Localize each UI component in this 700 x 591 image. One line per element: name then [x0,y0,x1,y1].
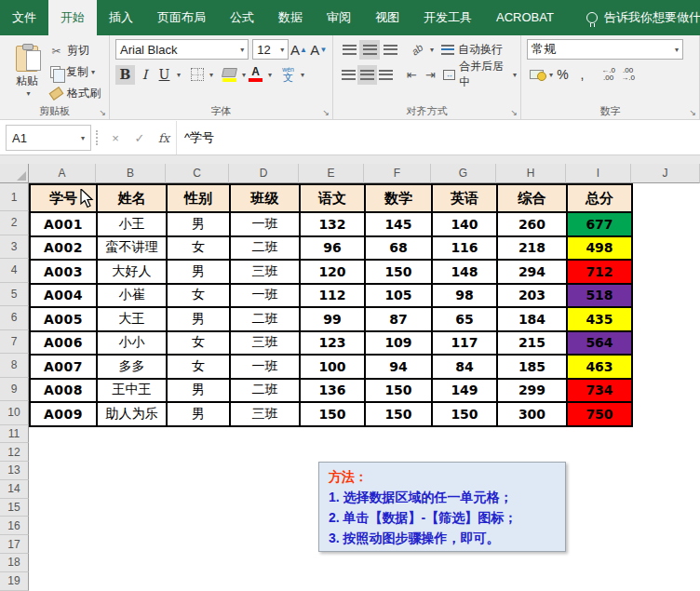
paste-button[interactable]: 粘贴 ▾ [6,39,48,104]
tell-me-button[interactable]: 告诉我你想要做什么 [586,0,700,35]
tab-file[interactable]: 文件 [0,0,48,35]
font-name-select[interactable]: Arial Black ▾ [115,39,249,60]
table-cell[interactable]: 96 [300,236,365,261]
align-left-button[interactable] [339,65,357,85]
table-cell[interactable]: 185 [497,355,567,379]
table-cell[interactable]: 116 [432,236,497,261]
table-cell[interactable]: 男 [167,212,230,236]
table-cell[interactable]: 女 [167,355,230,379]
align-top-button[interactable] [339,40,359,60]
comma-style-button[interactable]: , [572,65,592,85]
tab-home[interactable]: 开始 [48,0,97,35]
enter-icon[interactable]: ✓ [128,121,152,154]
row-header-10[interactable]: 10 [0,401,29,425]
table-cell[interactable]: 87 [365,307,432,331]
underline-button[interactable]: U [155,65,174,85]
tab-data[interactable]: 数据 [266,0,315,35]
header-cell[interactable]: 班级 [230,184,300,212]
header-cell[interactable]: 姓名 [97,184,167,212]
table-cell[interactable]: 260 [497,212,567,236]
table-cell[interactable]: 65 [432,307,497,331]
table-cell[interactable]: 98 [432,284,497,308]
column-header-E[interactable]: E [299,164,364,183]
column-header-I[interactable]: I [566,164,631,183]
table-cell[interactable]: 68 [365,236,432,261]
table-cell[interactable]: 三班 [230,402,300,426]
column-header-B[interactable]: B [96,164,166,183]
merge-center-button[interactable]: ↔ 合并后居中 ▾ [443,65,517,85]
table-cell[interactable]: 大好人 [97,260,167,284]
decrease-indent-button[interactable]: ⇤ [402,65,421,85]
table-cell[interactable]: 女 [167,284,230,308]
table-cell[interactable]: 299 [497,379,567,403]
table-cell[interactable]: 294 [497,260,567,284]
total-score-cell[interactable]: 677 [567,212,632,236]
table-cell[interactable]: 一班 [230,284,300,308]
total-score-cell[interactable]: 498 [567,236,632,261]
cancel-icon[interactable]: × [103,121,128,154]
header-cell[interactable]: 语文 [300,184,365,212]
column-header-H[interactable]: H [496,164,566,183]
table-cell[interactable]: 王中王 [97,379,167,403]
align-right-button[interactable] [377,65,396,85]
accounting-format-button[interactable] [527,65,546,85]
wrap-text-button[interactable]: 自动换行 [441,40,503,60]
increase-indent-button[interactable]: ⇥ [421,65,439,85]
font-dialog-launcher[interactable]: ↘ [322,108,330,117]
header-cell[interactable]: 性别 [167,184,230,212]
table-cell[interactable]: A002 [30,236,97,261]
font-color-button[interactable]: A [246,65,265,85]
table-cell[interactable]: A009 [30,402,97,426]
shrink-font-button[interactable]: A▼ [309,40,329,60]
table-cell[interactable]: 203 [497,284,567,308]
table-cell[interactable]: 150 [432,402,497,426]
table-cell[interactable]: A005 [30,307,97,331]
table-cell[interactable]: 218 [497,236,567,261]
table-cell[interactable]: A008 [30,379,97,403]
column-header-J[interactable]: J [631,164,700,183]
tab-view[interactable]: 视图 [363,0,411,35]
total-score-cell[interactable]: 734 [567,379,632,403]
table-cell[interactable]: 150 [365,402,432,426]
row-header-12[interactable]: 12 [0,443,29,462]
table-cell[interactable]: 一班 [230,212,300,236]
increase-decimal-button[interactable]: ←.0.00 [599,65,618,85]
align-middle-button[interactable] [359,40,380,60]
row-header-19[interactable]: 19 [0,572,29,591]
row-header-14[interactable]: 14 [0,480,29,499]
table-cell[interactable]: 三班 [230,260,300,284]
row-header-4[interactable]: 4 [0,259,29,283]
table-cell[interactable]: 117 [432,331,497,356]
table-cell[interactable]: 105 [365,284,432,308]
table-cell[interactable]: 215 [497,331,567,356]
table-cell[interactable]: 二班 [230,307,300,331]
table-cell[interactable]: 女 [167,331,230,356]
column-header-G[interactable]: G [431,164,496,183]
column-header-A[interactable]: A [29,164,96,183]
phonetic-guide-button[interactable]: wén 文 [278,65,298,85]
table-cell[interactable]: 男 [167,260,230,284]
percent-style-button[interactable]: % [553,65,572,85]
header-cell[interactable]: 总分 [567,184,632,212]
table-cell[interactable]: 助人为乐 [97,402,167,426]
table-cell[interactable]: 149 [432,379,497,403]
alignment-dialog-launcher[interactable]: ↘ [510,108,518,117]
row-header-3[interactable]: 3 [0,235,29,260]
method-note-box[interactable]: 方法： 1. 选择数据区域的任一单元格；2. 单击【数据】-【筛选】图标；3. … [318,462,566,552]
table-cell[interactable]: 150 [365,260,432,284]
borders-button[interactable] [187,65,207,85]
table-cell[interactable]: 二班 [230,379,300,403]
table-cell[interactable]: 一班 [230,355,300,379]
row-header-1[interactable]: 1 [0,183,29,211]
header-cell[interactable]: 英语 [432,184,497,212]
table-cell[interactable]: 123 [300,331,365,356]
table-cell[interactable]: 150 [365,379,432,403]
table-cell[interactable]: A003 [30,260,97,284]
align-center-button[interactable] [357,65,376,85]
table-cell[interactable]: 100 [300,355,365,379]
cut-button[interactable]: ✂ 剪切 [48,42,101,60]
row-header-15[interactable]: 15 [0,499,29,517]
total-score-cell[interactable]: 463 [567,355,632,379]
select-all-corner[interactable] [0,164,29,183]
table-cell[interactable]: 148 [432,260,497,284]
